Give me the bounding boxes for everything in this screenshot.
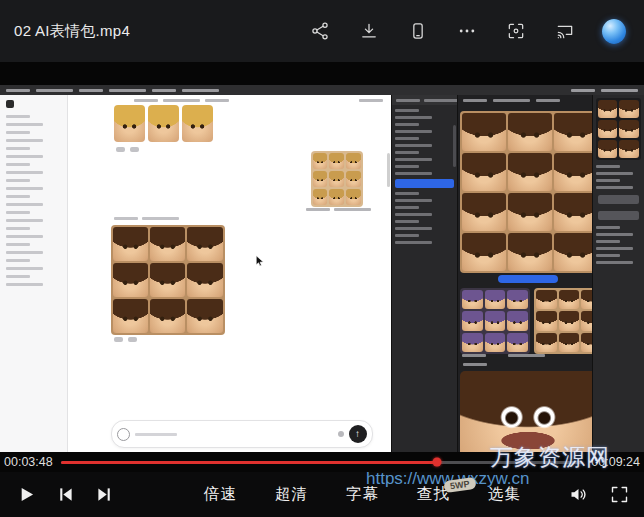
- cartoon-face-tile: [462, 153, 506, 191]
- screenshot-icon[interactable]: [504, 19, 528, 43]
- panel-button: [598, 211, 639, 220]
- speed-button[interactable]: 倍速: [198, 483, 243, 506]
- subtitle-button[interactable]: 字幕: [340, 483, 385, 506]
- layer-rows: [395, 109, 454, 175]
- episodes-button[interactable]: 选集: [482, 483, 527, 506]
- play-icon: [16, 484, 37, 505]
- next-button[interactable]: [94, 484, 115, 505]
- recorded-properties-panel: [592, 95, 644, 452]
- layers-panel-header: [392, 95, 457, 105]
- unreadable-text-line: [596, 254, 620, 257]
- volume-button[interactable]: [568, 484, 589, 505]
- unreadable-text-line: [395, 144, 432, 147]
- seek-bar[interactable]: [61, 461, 584, 464]
- logo-mark: [6, 100, 14, 108]
- more-icon[interactable]: [455, 19, 479, 43]
- recorded-layers-panel: [391, 95, 457, 452]
- unreadable-text-line: [6, 195, 30, 198]
- unreadable-text-line: [596, 179, 620, 182]
- unreadable-text-line: [6, 139, 43, 142]
- unreadable-text-line: [182, 89, 219, 92]
- cartoon-face-tile: [150, 227, 185, 261]
- cartoon-face-tile: [113, 299, 148, 333]
- unreadable-text-line: [424, 99, 457, 102]
- share-icon[interactable]: [308, 19, 332, 43]
- unreadable-text-line: [596, 165, 620, 168]
- fullscreen-button[interactable]: [609, 484, 630, 505]
- cartoon-face-tile: [187, 227, 222, 261]
- play-on-phone-icon[interactable]: [406, 19, 430, 43]
- unreadable-text-line: [395, 109, 419, 112]
- unreadable-text-line: [6, 275, 30, 278]
- video-title: 02 AI表情包.mp4: [14, 22, 130, 41]
- assets-panel-tabs: [463, 99, 560, 102]
- control-bar: 倍速 超清 字幕 查找 选集: [0, 472, 644, 517]
- panel-button: [598, 195, 639, 204]
- character-face-preview: [460, 371, 592, 452]
- sticker-grid-large: [111, 225, 225, 335]
- cartoon-face-tile: [462, 113, 506, 151]
- cartoon-face-tile: [462, 193, 506, 231]
- skip-previous-icon: [55, 484, 76, 505]
- recorded-app-menubar: [0, 85, 644, 95]
- unreadable-text-line: [596, 186, 633, 189]
- unreadable-text-line: [6, 235, 43, 238]
- unreadable-text-line: [6, 123, 43, 126]
- unreadable-text-line: [334, 208, 371, 211]
- feedback-icons: [116, 147, 139, 152]
- unreadable-text-line: [395, 199, 432, 202]
- unreadable-text-line: [395, 192, 419, 195]
- sticker-row-blonde: [114, 105, 213, 142]
- cartoon-face-tile: [508, 113, 552, 151]
- recorded-assets-panel: [457, 95, 592, 452]
- unreadable-text-line: [395, 206, 419, 209]
- cartoon-face-tile: [598, 140, 617, 158]
- progress-row: 00:03:48 00:09:24: [0, 452, 644, 472]
- cartoon-face-tile: [113, 227, 148, 261]
- play-button[interactable]: [16, 484, 37, 505]
- current-time: 00:03:48: [4, 455, 53, 469]
- download-icon[interactable]: [357, 19, 381, 43]
- recorded-app-body: ↑: [0, 95, 644, 452]
- quality-button[interactable]: 超清: [269, 483, 314, 506]
- unreadable-text-line: [601, 89, 638, 92]
- cast-icon[interactable]: [553, 19, 577, 43]
- thumbnail-tan-style: [534, 288, 592, 354]
- asset-thumbnails: [460, 288, 592, 354]
- cartoon-face-tile: [507, 333, 528, 352]
- unreadable-text-line: [571, 89, 595, 92]
- fullscreen-icon: [609, 484, 630, 505]
- unreadable-text-line: [395, 220, 419, 223]
- blue-orb: [602, 19, 626, 44]
- find-button[interactable]: 查找: [411, 483, 456, 506]
- video-surface[interactable]: ↑: [0, 85, 644, 452]
- cartoon-face-tile: [313, 171, 328, 187]
- titlebar-actions: [308, 19, 626, 43]
- cartoon-face-tile: [462, 333, 483, 352]
- unreadable-text-line: [79, 89, 103, 92]
- unreadable-text-line: [395, 123, 419, 126]
- volume-icon: [568, 484, 589, 505]
- cartoon-face-tile: [554, 233, 592, 271]
- menubar-right-items: [571, 89, 638, 92]
- ai-assistant-orb-icon[interactable]: [602, 19, 626, 43]
- attach-icon: [117, 428, 130, 441]
- section-label: [463, 363, 487, 366]
- cartoon-face-tile: [581, 290, 592, 309]
- cartoon-face-tile: [598, 120, 617, 138]
- cartoon-face-tile: [462, 311, 483, 330]
- unreadable-text-line: [6, 251, 43, 254]
- unreadable-text-line: [6, 171, 43, 174]
- unreadable-text-line: [396, 99, 420, 102]
- cartoon-face-tile: [559, 290, 580, 309]
- unreadable-text-line: [6, 147, 30, 150]
- unreadable-text-line: [6, 267, 43, 270]
- unreadable-text-line: [306, 208, 330, 211]
- unreadable-text-line: [114, 217, 138, 220]
- cartoon-face-tile: [619, 100, 638, 118]
- unreadable-text-line: [493, 99, 530, 102]
- cartoon-face-tile: [485, 290, 506, 309]
- previous-button[interactable]: [55, 484, 76, 505]
- seek-knob[interactable]: [432, 458, 441, 467]
- unreadable-text-line: [395, 165, 419, 168]
